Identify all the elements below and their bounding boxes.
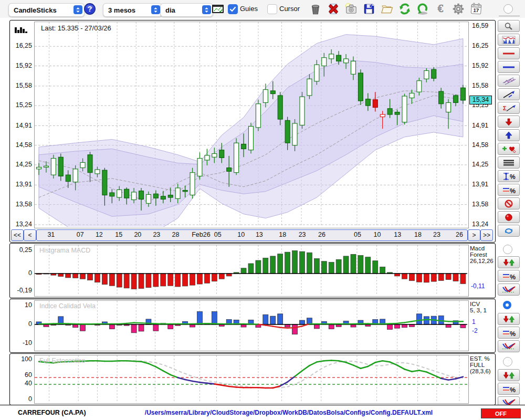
reload-icon[interactable] [416, 2, 429, 16]
price-axis-right: 16,5916,2515,9215,5815,2514,9114,5814,25… [469, 20, 495, 229]
svg-text:%: % [510, 330, 516, 337]
price-axis-label: 13,91 [472, 181, 494, 188]
trendline-icon[interactable] [498, 88, 520, 100]
top-right-radio[interactable] [503, 4, 513, 14]
nav-first-button[interactable]: << [11, 229, 24, 241]
icv-panel: 100-10 Indice Calidad Vela ICV5, 3, 1 1 … [9, 299, 496, 353]
main-chart-panel: 16,2515,9215,5815,2514,9114,5814,2513,91… [9, 20, 496, 243]
price-axis-label: 14,58 [472, 141, 494, 149]
arrow-up-blue-icon[interactable] [498, 129, 520, 141]
price-axis-label: 13,58 [10, 201, 32, 208]
stoch-arrows-icon[interactable] [498, 369, 520, 381]
stoch-percent-icon[interactable]: % [498, 383, 520, 395]
chart-type-select[interactable]: CandleSticks [8, 3, 85, 17]
config-path-link[interactable]: /Users/mserra/Library/CloudStorage/Dropb… [121, 409, 457, 416]
price-axis-label: 13,24 [472, 220, 494, 228]
forbidden-icon[interactable] [498, 197, 520, 209]
save-icon[interactable] [362, 2, 376, 16]
chevron-updown-icon [151, 5, 160, 14]
channel-tool-icon[interactable] [498, 75, 520, 87]
vertical-percent-icon[interactable]: % [498, 170, 520, 182]
icv-curves-icon[interactable] [498, 340, 520, 352]
trash-icon[interactable] [309, 2, 322, 16]
add-marker-icon[interactable] [498, 143, 520, 155]
macd-panel: 0,250-0,19 Histgrama MACD MacdForest26,1… [9, 243, 496, 298]
icv-radio[interactable] [503, 301, 511, 309]
macd-curves-icon[interactable] [498, 284, 520, 296]
chart-type-value: CandleSticks [14, 6, 57, 14]
icv-arrows-icon[interactable] [498, 313, 520, 325]
blue-hline-icon[interactable] [498, 61, 520, 73]
calendar-icon[interactable]: 17 [469, 2, 483, 16]
lines-percent-icon[interactable]: % [498, 184, 520, 196]
snapshot-icon[interactable] [344, 2, 358, 16]
icv-right-label: ICV5, 3, 1 [470, 301, 487, 313]
macd-axis-label: 0 [10, 269, 32, 277]
stoch-axis: 10060400 [10, 354, 34, 403]
stoch-axis-label: 0 [10, 395, 32, 403]
price-axis-label: 16,59 [472, 22, 494, 29]
stoch-radio[interactable] [503, 357, 512, 366]
guies-checkbox[interactable] [228, 4, 238, 14]
off-toggle-button[interactable]: OFF [481, 408, 521, 418]
delete-icon[interactable] [327, 2, 340, 16]
price-axis-label: 15,58 [10, 82, 32, 89]
icv-chart-area[interactable] [34, 300, 469, 351]
stoch-chart-area[interactable] [34, 355, 469, 404]
price-axis-label: 16,25 [10, 42, 32, 49]
period-select[interactable]: 3 mesos [103, 3, 162, 17]
macd-right-label: MacdForest26,12,26 [470, 245, 494, 264]
macd-axis: 0,250-0,19 [10, 244, 34, 296]
date-tick-label: 05 [354, 231, 361, 238]
nav-last-button[interactable]: >> [480, 229, 493, 241]
macd-arrows-icon[interactable] [498, 256, 520, 268]
date-tick-label: 23 [153, 231, 160, 238]
record-icon[interactable] [498, 211, 520, 223]
stoch-axis-label: 60 [10, 371, 32, 379]
interval-select[interactable]: dia [160, 3, 213, 17]
chevron-updown-icon [202, 5, 211, 14]
macd-value: -0,11 [471, 282, 485, 290]
date-tick-label: 15 [115, 231, 122, 238]
icv-percent-icon[interactable]: % [498, 327, 520, 339]
nav-prev-button[interactable]: < [24, 229, 36, 241]
last-price-tag: 15,34 [469, 96, 492, 104]
zoom-icon[interactable] [498, 20, 520, 32]
refresh-icon[interactable] [398, 2, 412, 16]
icv-value-2: -2 [472, 327, 478, 334]
candles-chart-area[interactable]: Last: 15.335 - 27/03/26 [34, 22, 469, 228]
price-axis-label: 14,25 [472, 161, 494, 168]
date-tick-label: 13 [394, 231, 401, 238]
macd-radio[interactable] [503, 245, 512, 254]
settings-gear-icon[interactable] [452, 2, 465, 16]
sigma-trend-icon[interactable]: Σ [498, 102, 520, 114]
macd-chart-area[interactable] [34, 245, 469, 297]
stoch-right-label: EST. %FULL(28,3,6) [470, 355, 491, 374]
help-icon[interactable]: ? [83, 2, 97, 16]
cursor-checkbox[interactable] [267, 4, 277, 14]
nav-next-button[interactable]: > [468, 229, 480, 241]
icv-axis-label: 10 [10, 301, 32, 309]
macd-svg [35, 245, 467, 295]
open-folder-icon[interactable] [380, 2, 394, 16]
stoch-axis-label: 40 [10, 380, 32, 387]
euro-icon[interactable]: €€ [434, 2, 447, 16]
svg-text:?: ? [88, 5, 92, 13]
red-hline-icon[interactable] [498, 47, 520, 59]
macd-percent-icon[interactable]: % [498, 270, 520, 282]
swap-cycle-icon[interactable] [498, 225, 520, 237]
price-axis-label: 15,92 [10, 62, 32, 69]
date-strip[interactable]: 31071215202328Feb26051013182326051013182… [36, 229, 468, 241]
arrow-down-red-icon[interactable] [498, 116, 520, 128]
date-tick-label: 23 [433, 231, 440, 238]
macd-axis-label: 0,25 [10, 246, 32, 254]
icv-svg [35, 301, 467, 350]
date-tick-label: 20 [134, 231, 141, 238]
toolbar: CandleSticks ? 3 mesos dia Guies Cursor [0, 0, 525, 18]
list-lines-icon[interactable] [498, 156, 520, 169]
price-axis-label: 15,25 [10, 101, 32, 109]
price-axis-label: 14,25 [10, 161, 32, 168]
mini-chart-icon[interactable] [211, 2, 225, 16]
stoch-svg [35, 355, 467, 402]
indicator-chart-icon[interactable] [498, 34, 520, 46]
